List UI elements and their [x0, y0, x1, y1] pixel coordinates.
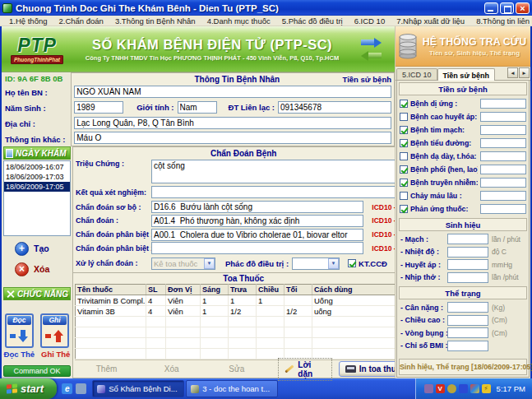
- test-result-input[interactable]: [151, 186, 411, 198]
- delete-medicine-button[interactable]: Xóa: [148, 364, 195, 373]
- prelim-diagnosis-label: Chẩn đoán sơ bộ :: [76, 203, 151, 211]
- history-row: Bệnh tim mạch:: [399, 123, 527, 137]
- menu-phac-do-dieu-tri[interactable]: 5.Phác đồ điều trị: [276, 16, 349, 26]
- visit-date-item[interactable]: 18/06/2009-17:03: [4, 172, 70, 182]
- checkbox[interactable]: [400, 139, 408, 147]
- vital-input[interactable]: [447, 234, 488, 244]
- patient-name-input[interactable]: [74, 86, 391, 98]
- add-medicine-button[interactable]: Thêm: [83, 364, 130, 373]
- history-input[interactable]: [480, 112, 526, 122]
- body-input[interactable]: [447, 341, 488, 351]
- write-card-label[interactable]: Ghi Thẻ: [41, 350, 70, 359]
- tray-icon-3[interactable]: [459, 384, 468, 393]
- diff-diagnosis1-input[interactable]: [151, 229, 363, 241]
- history-input[interactable]: [480, 99, 526, 109]
- diagnosis-action-select[interactable]: Kê toa thuốc ▼: [151, 257, 215, 270]
- checkbox[interactable]: [400, 179, 408, 187]
- taskbar-clock[interactable]: 5:17 PM: [497, 384, 525, 393]
- start-button[interactable]: start: [0, 378, 57, 399]
- vital-unit: lần /phút: [492, 273, 519, 281]
- taskbar-task-2[interactable]: 3 - doc the hoan t...: [186, 380, 278, 397]
- checkbox[interactable]: [400, 100, 408, 108]
- tray-icon-1[interactable]: [424, 384, 433, 393]
- tray-icon-2[interactable]: [447, 384, 456, 393]
- restore-button[interactable]: [500, 2, 514, 14]
- history-input[interactable]: [480, 191, 526, 201]
- read-card-label[interactable]: Đọc Thẻ: [4, 350, 35, 359]
- edit-medicine-button[interactable]: Sửa: [213, 364, 260, 373]
- menu-danh-muc-thuoc[interactable]: 4.Danh mục thuốc: [201, 16, 276, 26]
- tab-icd10[interactable]: 5.ICD 10: [396, 68, 437, 80]
- minimize-button[interactable]: [484, 2, 498, 14]
- vital-input[interactable]: [447, 272, 488, 283]
- body-input[interactable]: [447, 302, 488, 313]
- antivirus-icon[interactable]: V: [436, 384, 445, 393]
- tab-scroll-left-icon[interactable]: ◄: [507, 67, 518, 78]
- history-input[interactable]: [480, 125, 526, 135]
- menu-he-thong[interactable]: 1.Hệ thống: [3, 16, 53, 26]
- tab-scroll-right-icon[interactable]: ►: [519, 67, 530, 78]
- birth-year-input[interactable]: [74, 101, 123, 114]
- history-link[interactable]: Tiền sử bệnh: [343, 75, 392, 84]
- checkbox[interactable]: [400, 126, 408, 134]
- left-region: PTP PhuongThinhPhat SỔ KHÁM BỆNH ĐIỆN TỬ…: [2, 26, 395, 378]
- close-button[interactable]: ×: [516, 2, 530, 14]
- body-unit: (Kg): [492, 304, 505, 312]
- menu-thong-tin-benh-nhan[interactable]: 3.Thông tin Bệnh Nhân: [109, 16, 201, 26]
- vital-input[interactable]: [447, 247, 488, 257]
- browser-icon[interactable]: e: [62, 383, 72, 394]
- vital-input[interactable]: [447, 259, 488, 270]
- menu-thong-tin-lien-he[interactable]: 8.Thông tin liên hệ: [470, 16, 532, 26]
- tab-tien-su-benh[interactable]: Tiền sử bệnh: [437, 68, 495, 81]
- table-row[interactable]: Trivitamin B Compl...4 Viên1 11 Uống: [75, 295, 411, 306]
- checkbox[interactable]: [400, 192, 408, 200]
- visit-date-item[interactable]: 18/06/2009-16:07: [4, 162, 70, 172]
- symptom-textarea[interactable]: cột sống: [152, 160, 400, 183]
- phone-input[interactable]: [278, 101, 391, 114]
- medicine-table-header[interactable]: Tên thuốcSL Đơn VịSáng TrưaChiều TốiCách…: [75, 285, 411, 295]
- menu-chan-doan[interactable]: 2.Chẩn đoán: [53, 16, 109, 26]
- read-card-button[interactable]: Đọc: [5, 313, 34, 348]
- body-label: - Cân nặng :: [400, 304, 447, 312]
- history-input[interactable]: [480, 165, 526, 174]
- visit-date-list[interactable]: 18/06/2009-16:07 18/06/2009-17:03 18/06/…: [3, 160, 71, 236]
- history-input[interactable]: [480, 178, 526, 188]
- menu-icd10[interactable]: 6.ICD 10: [349, 16, 391, 26]
- checkbox[interactable]: [400, 205, 408, 213]
- system-tray: V ⚡ 5:17 PM: [415, 378, 532, 399]
- history-input[interactable]: [480, 138, 526, 148]
- advice-button[interactable]: Lời dặn: [278, 358, 331, 381]
- write-card-button[interactable]: Ghi: [40, 313, 69, 348]
- other-info-input[interactable]: [74, 132, 391, 144]
- history-row: Bệnh cao huyết áp:: [399, 110, 527, 123]
- gender-input[interactable]: [178, 101, 217, 114]
- history-input[interactable]: [480, 151, 526, 161]
- medicine-table[interactable]: Tên thuốcSL Đơn VịSáng TrưaChiều TốiCách…: [75, 284, 412, 360]
- checkbox[interactable]: [400, 152, 408, 160]
- body-input[interactable]: [447, 315, 488, 326]
- visit-date-item[interactable]: 18/06/2009-17:05: [4, 182, 70, 192]
- patient-section: ID: 9A 6F 8B 0B Họ tên BN : Năm Sinh : Đ…: [2, 72, 395, 146]
- table-row[interactable]: Vitamin 3B4 Viên1 1/2 1/2uống: [75, 306, 411, 317]
- menu-nhap-xuat-du-lieu[interactable]: 7.Nhập xuất dữ liệu: [391, 16, 470, 26]
- address-input[interactable]: [74, 117, 391, 129]
- history-label: Chảy máu lâu :: [410, 192, 478, 200]
- create-visit-button[interactable]: + Tạo: [15, 240, 71, 257]
- ktccd-checkbox[interactable]: [348, 259, 356, 267]
- checkbox[interactable]: [400, 165, 408, 174]
- history-label: Bệnh dạ dày, t.hóa:: [410, 152, 478, 160]
- desktop-icon[interactable]: [76, 383, 86, 394]
- regimen-select[interactable]: ▼: [292, 257, 340, 270]
- checkbox[interactable]: [400, 113, 408, 121]
- body-input[interactable]: [447, 327, 488, 338]
- main-diagnosis-input[interactable]: [151, 215, 363, 227]
- tray-icon-4[interactable]: [470, 384, 479, 393]
- history-input[interactable]: [480, 204, 526, 214]
- red-chip-icon: [45, 334, 51, 338]
- lightning-icon[interactable]: ⚡: [482, 384, 491, 393]
- pencil-icon: [285, 365, 294, 373]
- diff-diagnosis2-input[interactable]: [151, 242, 363, 254]
- delete-visit-button[interactable]: × Xóa: [15, 261, 71, 277]
- taskbar-task-1[interactable]: Sổ Khám Bệnh Di...: [92, 380, 184, 397]
- prelim-diagnosis-input[interactable]: [151, 201, 363, 213]
